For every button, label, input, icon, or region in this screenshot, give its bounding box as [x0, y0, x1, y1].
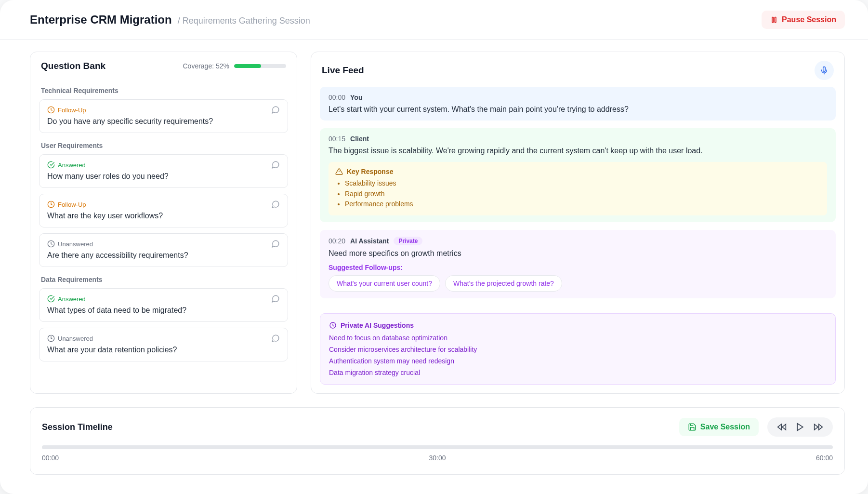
- live-feed-scroll[interactable]: 00:00YouLet's start with your current sy…: [311, 87, 844, 313]
- question-status: Unanswered: [47, 240, 93, 248]
- coverage-progress: [234, 64, 286, 68]
- chat-icon: [271, 106, 280, 114]
- timeline-label-mid: 30:00: [429, 454, 446, 462]
- answered-icon: [47, 295, 55, 303]
- key-response-box: Key ResponseScalability issuesRapid grow…: [329, 162, 827, 215]
- chat-icon: [271, 160, 280, 169]
- fast-forward-icon: [814, 422, 823, 432]
- svg-rect-0: [772, 17, 774, 23]
- page-title: Enterprise CRM Migration: [30, 13, 172, 27]
- breadcrumb: / Requirements Gathering Session: [178, 16, 310, 26]
- question-card[interactable]: AnsweredHow many user roles do you need?: [39, 154, 288, 188]
- question-text: What are your data retention policies?: [47, 346, 280, 354]
- suggestion-item[interactable]: Authentication system may need redesign: [329, 357, 827, 365]
- pause-icon: [770, 16, 778, 24]
- timeline-label-start: 00:00: [42, 454, 59, 462]
- mic-button[interactable]: [815, 61, 834, 80]
- message-ai: 00:20AI AssistantPrivateNeed more specif…: [320, 230, 836, 298]
- message-you: 00:00YouLet's start with your current sy…: [320, 87, 836, 120]
- message-client: 00:15ClientThe biggest issue is scalabil…: [320, 128, 836, 222]
- chat-icon: [271, 240, 280, 248]
- svg-marker-14: [815, 424, 818, 430]
- suggestion-item[interactable]: Data migration strategy crucial: [329, 369, 827, 376]
- timeline-bar[interactable]: [42, 445, 833, 449]
- mic-icon: [820, 66, 829, 75]
- coverage-indicator: Coverage: 52%: [183, 62, 286, 70]
- fast-forward-button[interactable]: [813, 421, 824, 433]
- rewind-icon: [777, 422, 787, 432]
- coverage-label: Coverage: 52%: [183, 62, 229, 70]
- pause-session-button[interactable]: Pause Session: [762, 11, 845, 29]
- svg-rect-1: [775, 17, 776, 23]
- followup-pill[interactable]: What's the projected growth rate?: [445, 275, 562, 292]
- message-text: Let's start with your current system. Wh…: [329, 105, 827, 114]
- question-section-label: User Requirements: [41, 142, 286, 149]
- message-text: Need more specifics on growth metrics: [329, 249, 827, 258]
- save-session-label: Save Session: [700, 423, 750, 431]
- play-button[interactable]: [794, 421, 806, 433]
- private-badge: Private: [394, 237, 422, 245]
- question-text: What types of data need to be migrated?: [47, 306, 280, 315]
- message-speaker: AI Assistant: [350, 237, 389, 245]
- unanswered-icon: [47, 334, 55, 342]
- question-status: Answered: [47, 161, 86, 169]
- save-icon: [688, 423, 697, 431]
- question-card[interactable]: UnansweredWhat are your data retention p…: [39, 328, 288, 361]
- followup-pill[interactable]: What's your current user count?: [329, 275, 440, 292]
- question-bank-scroll[interactable]: Technical RequirementsFollow-UpDo you ha…: [30, 78, 297, 393]
- followup-icon: [47, 106, 55, 114]
- chat-icon: [271, 334, 280, 343]
- question-section-label: Technical Requirements: [41, 87, 286, 94]
- question-status-label: Answered: [58, 161, 86, 169]
- question-status: Answered: [47, 295, 86, 303]
- question-status-label: Follow-Up: [58, 107, 86, 114]
- message-time: 00:20: [329, 237, 345, 245]
- alert-icon: [335, 168, 343, 175]
- message-speaker: You: [350, 93, 362, 101]
- question-status: Follow-Up: [47, 106, 86, 114]
- question-text: What are the key user workflows?: [47, 212, 280, 220]
- svg-marker-13: [819, 424, 823, 430]
- question-card[interactable]: Follow-UpDo you have any specific securi…: [39, 99, 288, 133]
- timeline-panel: Session Timeline Save Session 00:00 30:0…: [30, 407, 845, 475]
- timeline-labels: 00:00 30:00 60:00: [42, 454, 833, 462]
- unanswered-icon: [47, 240, 55, 248]
- header: Enterprise CRM Migration / Requirements …: [0, 0, 868, 40]
- live-feed-panel: Live Feed 00:00YouLet's start with your …: [311, 52, 845, 394]
- svg-marker-12: [797, 424, 803, 431]
- question-text: How many user roles do you need?: [47, 172, 280, 181]
- question-section-label: Data Requirements: [41, 276, 286, 283]
- media-controls: [767, 417, 833, 437]
- question-status: Unanswered: [47, 334, 93, 342]
- question-status-label: Unanswered: [58, 240, 93, 248]
- message-speaker: Client: [350, 135, 369, 143]
- save-session-button[interactable]: Save Session: [679, 418, 759, 436]
- message-time: 00:00: [329, 93, 345, 101]
- key-response-label: Key Response: [347, 168, 393, 175]
- question-text: Do you have any specific security requir…: [47, 117, 280, 126]
- suggestion-item[interactable]: Consider microservices architecture for …: [329, 346, 827, 353]
- private-suggestions-box: Private AI Suggestions Need to focus on …: [320, 313, 836, 385]
- question-card[interactable]: AnsweredWhat types of data need to be mi…: [39, 288, 288, 322]
- question-status: Follow-Up: [47, 200, 86, 208]
- followups-label: Suggested Follow-ups:: [329, 264, 827, 271]
- brain-icon: [329, 321, 337, 329]
- private-suggestions-label: Private AI Suggestions: [341, 321, 414, 329]
- live-feed-title: Live Feed: [322, 65, 364, 76]
- timeline-title: Session Timeline: [42, 422, 113, 432]
- suggestion-item[interactable]: Need to focus on database optimization: [329, 334, 827, 342]
- question-status-label: Answered: [58, 295, 86, 303]
- question-card[interactable]: Follow-UpWhat are the key user workflows…: [39, 194, 288, 227]
- play-icon: [795, 422, 805, 432]
- svg-marker-11: [782, 424, 786, 430]
- question-text: Are there any accessibility requirements…: [47, 251, 280, 260]
- question-card[interactable]: UnansweredAre there any accessibility re…: [39, 233, 288, 267]
- question-bank-panel: Question Bank Coverage: 52% Technical Re…: [30, 52, 297, 394]
- question-status-label: Follow-Up: [58, 201, 86, 208]
- question-bank-title: Question Bank: [41, 61, 105, 71]
- message-time: 00:15: [329, 135, 345, 143]
- rewind-button[interactable]: [776, 421, 788, 433]
- svg-marker-10: [778, 424, 782, 430]
- chat-icon: [271, 294, 280, 303]
- key-response-item: Scalability issues: [345, 178, 820, 189]
